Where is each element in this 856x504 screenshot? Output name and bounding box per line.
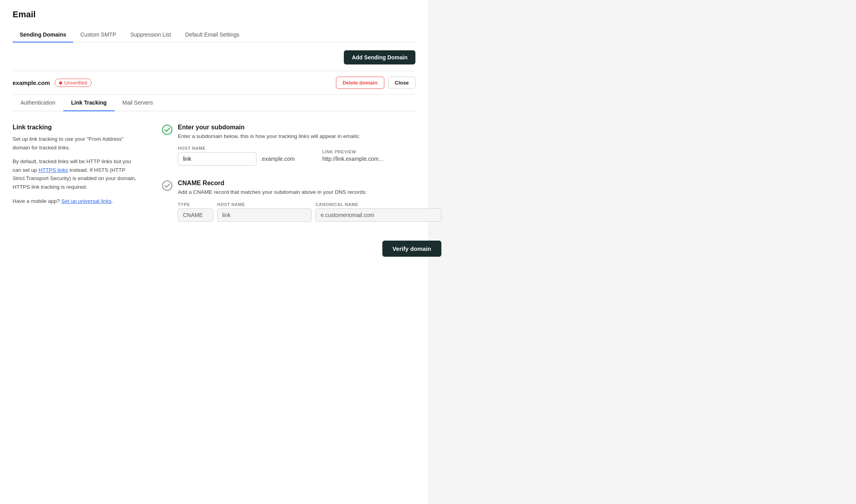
- link-preview-value: http://link.example.com...: [322, 156, 383, 166]
- svg-point-0: [162, 125, 172, 134]
- add-sending-domain-button[interactable]: Add Sending Domain: [344, 50, 415, 64]
- cname-host-group: HOST NAME: [217, 202, 312, 222]
- top-tabs: Sending Domains Custom SMTP Suppression …: [13, 28, 415, 42]
- host-name-label: HOST NAME: [178, 146, 256, 151]
- subdomain-field-row: HOST NAME .example.com LINK PREVIEW http…: [178, 146, 441, 166]
- subdomain-section: Enter your subdomain Enter a subdomain b…: [162, 124, 441, 166]
- tab-authentication[interactable]: Authentication: [13, 95, 63, 111]
- sub-tabs: Authentication Link Tracking Mail Server…: [13, 95, 415, 111]
- cname-canonical-group: CANONICAL NAME: [315, 202, 441, 222]
- domain-row: example.com Unverified Delete domain Clo…: [13, 71, 415, 95]
- link-preview-group: LINK PREVIEW http://link.example.com...: [322, 149, 383, 166]
- host-name-input[interactable]: [178, 152, 256, 166]
- cname-host-input: [217, 208, 312, 222]
- tab-sending-domains[interactable]: Sending Domains: [13, 28, 73, 42]
- domain-suffix: .example.com: [260, 156, 295, 166]
- right-panel: Enter your subdomain Enter a subdomain b…: [162, 124, 441, 257]
- domain-name: example.com: [13, 79, 50, 86]
- delete-domain-button[interactable]: Delete domain: [336, 77, 384, 89]
- subdomain-section-text: Enter your subdomain Enter a subdomain b…: [178, 124, 360, 140]
- domain-info: example.com Unverified: [13, 79, 92, 87]
- link-tracking-para3: Have a mobile app? Set up universal link…: [13, 197, 138, 206]
- close-button[interactable]: Close: [388, 77, 415, 89]
- cname-host-label: HOST NAME: [217, 202, 312, 207]
- add-button-row: Add Sending Domain: [13, 42, 415, 71]
- para3-after: .: [111, 198, 113, 204]
- cname-canonical-input: [315, 208, 441, 222]
- cname-section-text: CNAME Record Add a CNAME record that mat…: [178, 180, 367, 196]
- tab-default-email-settings[interactable]: Default Email Settings: [178, 28, 247, 42]
- subdomain-section-title: Enter your subdomain: [178, 124, 360, 131]
- svg-point-1: [162, 181, 172, 190]
- https-links-link[interactable]: HTTPS links: [39, 167, 68, 173]
- cname-field-row: TYPE HOST NAME CANONICAL NAME: [178, 202, 441, 222]
- cname-section-title: CNAME Record: [178, 180, 367, 187]
- page-title: Email: [13, 9, 415, 20]
- host-name-group: HOST NAME: [178, 146, 256, 166]
- content-area: Link tracking Set up link tracking to us…: [13, 111, 415, 266]
- cname-type-input: [178, 208, 213, 222]
- link-tracking-para1: Set up link tracking to use your "From A…: [13, 135, 138, 152]
- check-verified-icon: [162, 125, 172, 135]
- cname-canonical-label: CANONICAL NAME: [315, 202, 441, 207]
- cname-section-desc: Add a CNAME record that matches your sub…: [178, 188, 367, 196]
- unverified-badge: Unverified: [55, 79, 92, 87]
- unverified-label: Unverified: [64, 80, 87, 86]
- link-preview-label: LINK PREVIEW: [322, 149, 383, 154]
- tab-mail-servers[interactable]: Mail Servers: [114, 95, 161, 111]
- tab-link-tracking[interactable]: Link Tracking: [63, 95, 114, 111]
- verify-domain-button[interactable]: Verify domain: [382, 241, 441, 257]
- cname-section: CNAME Record Add a CNAME record that mat…: [162, 180, 441, 221]
- cname-type-label: TYPE: [178, 202, 213, 207]
- universal-links-link[interactable]: Set up universal links: [61, 198, 112, 204]
- tab-custom-smtp[interactable]: Custom SMTP: [73, 28, 123, 42]
- domain-actions: Delete domain Close: [336, 77, 415, 89]
- cname-section-header: CNAME Record Add a CNAME record that mat…: [162, 180, 441, 196]
- link-tracking-para2: By default, tracked links will be HTTP l…: [13, 157, 138, 191]
- unverified-dot: [59, 81, 62, 85]
- tab-suppression-list[interactable]: Suppression List: [123, 28, 178, 42]
- cname-type-group: TYPE: [178, 202, 213, 222]
- para3-before: Have a mobile app?: [13, 198, 61, 204]
- subdomain-section-header: Enter your subdomain Enter a subdomain b…: [162, 124, 441, 140]
- check-pending-icon: [162, 180, 172, 191]
- subdomain-section-desc: Enter a subdomain below, this is how you…: [178, 132, 360, 140]
- left-panel: Link tracking Set up link tracking to us…: [13, 124, 138, 257]
- verify-row: Verify domain: [162, 236, 441, 257]
- link-tracking-heading: Link tracking: [13, 124, 138, 131]
